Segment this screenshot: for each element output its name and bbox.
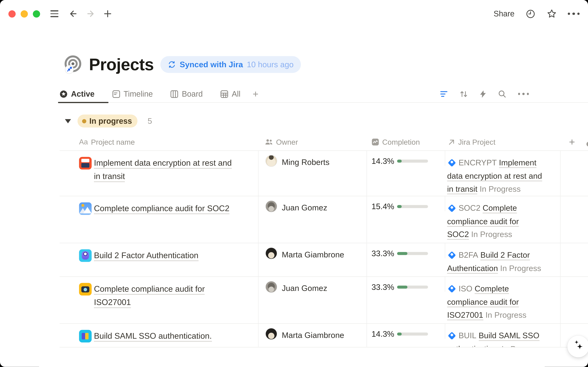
group-header: In progress 5 xyxy=(59,115,588,127)
history-clock-icon[interactable] xyxy=(526,9,536,19)
table-row[interactable]: Build SAML SSO authentication. Marta Gia… xyxy=(59,324,588,347)
tab-timeline[interactable]: Timeline xyxy=(112,89,153,99)
empty-cell xyxy=(560,196,588,243)
progress-fill xyxy=(397,205,402,208)
add-view-button[interactable]: + xyxy=(253,88,258,100)
timeline-view-icon xyxy=(112,90,120,98)
sync-label: Synced with Jira xyxy=(180,60,243,69)
tab-board[interactable]: Board xyxy=(170,89,203,99)
jira-status: In Progress xyxy=(485,310,526,319)
project-emoji-icon xyxy=(79,249,91,262)
board-view-icon xyxy=(170,90,178,98)
progress-bar xyxy=(397,160,428,163)
traffic-lights xyxy=(8,10,40,17)
column-label: Completion xyxy=(382,138,420,146)
column-header-completion[interactable]: Completion xyxy=(367,138,445,146)
favorite-star-icon[interactable] xyxy=(547,9,556,19)
table-row[interactable]: Implement data encryption at rest andin … xyxy=(59,151,588,196)
column-label: Owner xyxy=(276,138,298,146)
close-button[interactable] xyxy=(8,10,16,17)
project-name-link[interactable]: Build SAML SSO authentication. xyxy=(94,329,212,343)
column-header-jira-project[interactable]: Jira Project xyxy=(445,138,560,146)
jira-sync-badge[interactable]: Synced with Jira 10 hours ago xyxy=(160,56,301,73)
projects-table: Aa Project name Owner Completion Jira Pr… xyxy=(59,134,588,347)
owner-name[interactable]: Ming Roberts xyxy=(282,158,329,167)
jira-diamond-icon xyxy=(448,285,456,293)
window-titlebar: Share xyxy=(0,0,588,28)
jira-key: B2FA xyxy=(459,250,478,259)
status-badge[interactable]: In progress xyxy=(77,115,137,127)
jira-status: In Progress xyxy=(480,184,521,193)
tab-label: All xyxy=(232,89,240,99)
column-header-project-name[interactable]: Aa Project name xyxy=(59,138,258,146)
sort-icon[interactable] xyxy=(460,90,467,98)
progress-bar xyxy=(397,333,428,335)
owner-avatar xyxy=(266,155,277,167)
jira-project-link[interactable]: ENCRYPT Implementdata encryption at rest… xyxy=(447,156,559,196)
share-button[interactable]: Share xyxy=(494,9,514,18)
jira-project-link[interactable]: ISO Completecompliance audit forISO27001… xyxy=(447,282,559,322)
column-label: Project name xyxy=(91,138,135,146)
project-name-link[interactable]: Implement data encryption at rest andin … xyxy=(94,157,232,183)
project-name-link[interactable]: Complete compliance audit for SOC2 xyxy=(94,202,229,215)
ai-assistant-button[interactable] xyxy=(567,336,588,357)
tab-active[interactable]: Active xyxy=(59,89,94,99)
progress-fill xyxy=(397,252,407,255)
tab-all[interactable]: All xyxy=(220,89,240,99)
new-tab-icon[interactable] xyxy=(103,9,113,19)
jira-key: ISO xyxy=(459,284,472,293)
column-header-owner[interactable]: Owner xyxy=(258,138,367,146)
jira-project-link[interactable]: B2FA Build 2 FactorAuthentication In Pro… xyxy=(447,249,559,275)
progress-bar xyxy=(397,205,428,208)
menu-icon[interactable] xyxy=(49,9,59,19)
progress-bar xyxy=(397,252,428,255)
back-icon[interactable] xyxy=(68,9,78,19)
empty-cell xyxy=(560,151,588,196)
active-tab-underline xyxy=(58,102,108,103)
page-title: Projects xyxy=(89,55,154,74)
owner-avatar xyxy=(266,201,277,212)
add-column-button[interactable]: + xyxy=(569,136,575,148)
page-target-icon[interactable] xyxy=(63,55,83,75)
owner-name[interactable]: Juan Gomez xyxy=(282,284,327,293)
sync-icon xyxy=(167,60,176,69)
owner-name[interactable]: Juan Gomez xyxy=(282,203,327,212)
jira-diamond-icon xyxy=(448,332,456,340)
jira-key: BUIL xyxy=(459,331,476,340)
owner-name[interactable]: Marta Giambrone xyxy=(282,331,344,340)
owner-name[interactable]: Marta Giambrone xyxy=(282,250,344,259)
row-more-icon[interactable] xyxy=(587,142,588,146)
filter-icon[interactable] xyxy=(440,90,448,98)
jira-project-link[interactable]: SOC2 Completecompliance audit forSOC2 In… xyxy=(447,202,559,242)
project-name-link[interactable]: Build 2 Factor Authentication xyxy=(94,249,198,262)
completion-percent: 33.3% xyxy=(372,249,394,258)
completion-percent: 15.4% xyxy=(372,202,394,211)
jira-status: In Progress xyxy=(501,344,543,347)
project-emoji-icon xyxy=(79,157,91,169)
empty-cell xyxy=(560,243,588,276)
progress-fill xyxy=(397,286,407,289)
collapse-triangle-icon[interactable] xyxy=(65,119,71,123)
view-more-icon[interactable] xyxy=(518,93,529,95)
jira-key: SOC2 xyxy=(459,203,480,212)
table-row[interactable]: Build 2 Factor Authentication Marta Giam… xyxy=(59,243,588,277)
star-view-icon xyxy=(59,90,67,98)
table-row[interactable]: Complete compliance audit forISO27001 Ju… xyxy=(59,277,588,324)
screen: Share Projects xyxy=(0,0,588,367)
zoom-button[interactable] xyxy=(33,10,40,17)
forward-icon[interactable] xyxy=(86,9,96,19)
more-options-icon[interactable] xyxy=(568,13,580,15)
chart-icon xyxy=(372,138,379,146)
search-icon[interactable] xyxy=(498,90,506,98)
minimize-button[interactable] xyxy=(21,10,28,17)
tab-label: Timeline xyxy=(124,89,153,99)
jira-project-link[interactable]: BUIL Build SAML SSOauthentication. In Pr… xyxy=(447,329,559,347)
completion-percent: 14.3% xyxy=(372,157,394,166)
view-tabs: Active Timeline Board All + xyxy=(59,86,588,102)
sparkles-icon xyxy=(572,339,585,354)
completion-percent: 33.3% xyxy=(372,283,394,292)
table-row[interactable]: Complete compliance audit for SOC2 Juan … xyxy=(59,196,588,243)
group-count: 5 xyxy=(148,117,152,126)
project-name-link[interactable]: Complete compliance audit forISO27001 xyxy=(94,283,205,309)
lightning-icon[interactable] xyxy=(480,90,486,98)
